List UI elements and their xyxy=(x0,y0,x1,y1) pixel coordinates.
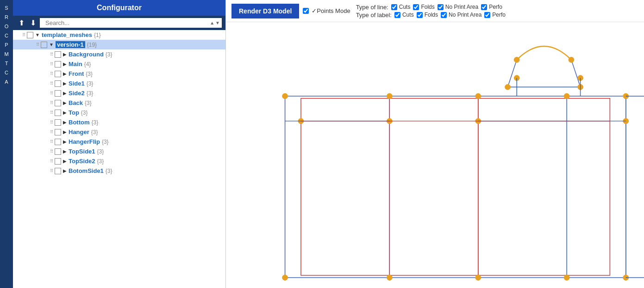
points-mode-checkbox[interactable] xyxy=(303,8,309,14)
cuts-line-checkbox[interactable] xyxy=(391,4,397,10)
item-name: Side1 xyxy=(69,80,85,87)
tree-item-top[interactable]: ⠿ ▶ Top {3} xyxy=(13,108,225,117)
square-icon xyxy=(55,90,61,97)
tree-item-main[interactable]: ⠿ ▶ Main {4} xyxy=(13,59,225,69)
expand-arrow[interactable]: ▶ xyxy=(63,52,67,57)
svg-line-7 xyxy=(508,60,517,87)
folds-line-group: Folds xyxy=(413,4,434,10)
dots-icon: ⠿ xyxy=(50,52,53,57)
item-name: Side2 xyxy=(69,90,85,97)
rail-icon-t[interactable]: T xyxy=(0,59,13,67)
rail-icon-c2[interactable]: C xyxy=(0,68,13,77)
tree-item-hangerflip[interactable]: ⠿ ▶ HangerFlip {3} xyxy=(13,137,225,147)
svg-point-36 xyxy=(475,275,481,281)
tree-item-side1[interactable]: ⠿ ▶ Side1 {3} xyxy=(13,79,225,88)
collapse-up-button[interactable]: ⬆ xyxy=(17,18,26,28)
dots-icon: ⠿ xyxy=(50,110,53,115)
expand-arrow[interactable]: ▶ xyxy=(63,129,67,135)
square-icon xyxy=(41,42,47,48)
tree-item-bottom[interactable]: ⠿ ▶ Bottom {3} xyxy=(13,117,225,127)
item-name-highlighted: version-1 xyxy=(56,41,85,48)
expand-arrow[interactable]: ▶ xyxy=(63,61,67,67)
render-button[interactable]: Render D3 Model xyxy=(231,4,299,18)
perfo-line-checkbox[interactable] xyxy=(481,4,487,10)
configurator-header: Configurator xyxy=(13,0,225,16)
cuts-label-checkbox[interactable] xyxy=(394,12,400,18)
item-name: TopSide1 xyxy=(69,148,95,155)
dots-icon: ⠿ xyxy=(50,149,53,154)
left-icon-rail: S R O C P M T C A xyxy=(0,0,13,288)
rail-icon-c[interactable]: C xyxy=(0,31,13,40)
expand-arrow[interactable]: ▶ xyxy=(63,168,67,173)
tree-item-topside2[interactable]: ⠿ ▶ TopSide2 {3} xyxy=(13,156,225,166)
expand-arrow[interactable]: ▶ xyxy=(63,110,67,115)
folds-label-group: Folds xyxy=(417,12,438,18)
item-count: {3} xyxy=(106,51,113,58)
tree-item-side2[interactable]: ⠿ ▶ Side2 {3} xyxy=(13,88,225,98)
arrow-down-icon[interactable]: ▼ xyxy=(215,20,220,25)
item-name: Background xyxy=(69,51,104,58)
collapse-down-button[interactable]: ⬇ xyxy=(28,18,38,28)
search-input[interactable] xyxy=(42,18,210,28)
rail-icon-o[interactable]: O xyxy=(0,22,13,31)
svg-rect-1 xyxy=(301,98,610,276)
square-icon xyxy=(55,158,61,165)
arrow-up-icon[interactable]: ▲ xyxy=(210,20,214,25)
svg-point-18 xyxy=(569,57,574,62)
item-count: {1} xyxy=(94,32,101,38)
expand-arrow[interactable]: ▶ xyxy=(63,139,67,144)
svg-rect-0 xyxy=(285,96,626,278)
perfo-line-label: Perfo xyxy=(489,4,502,10)
tree-item-template-meshes[interactable]: ⠿ ▼ template_meshes {1} xyxy=(13,30,225,40)
noprint-line-checkbox[interactable] xyxy=(438,4,444,10)
toolbar-section: Type of line: Cuts Folds No Print Area xyxy=(356,4,506,18)
square-icon xyxy=(55,168,61,174)
tree-children: ⠿ ▶ Background {3} ⠿ ▶ Main {4} ⠿ ▶ Fron… xyxy=(13,49,225,176)
folds-label-checkbox[interactable] xyxy=(417,12,423,18)
tree-item-front[interactable]: ⠿ ▶ Front {3} xyxy=(13,69,225,79)
expand-arrow[interactable]: ▶ xyxy=(63,100,67,105)
item-name: Back xyxy=(69,99,83,106)
cuts-line-group: Cuts xyxy=(391,4,411,10)
noprint-label-label: No Print Area xyxy=(449,12,481,18)
folds-line-checkbox[interactable] xyxy=(413,4,419,10)
item-name: TopSide2 xyxy=(69,158,95,165)
canvas-toolbar: Render D3 Model ✓Points Mode Type of lin… xyxy=(226,0,644,22)
rail-icon-s[interactable]: S xyxy=(0,4,13,12)
tree-item-topside1[interactable]: ⠿ ▶ TopSide1 {3} xyxy=(13,147,225,156)
rail-icon-a[interactable]: A xyxy=(0,78,13,86)
expand-arrow[interactable]: ▶ xyxy=(63,71,67,76)
perfo-label-checkbox[interactable] xyxy=(484,12,490,18)
item-count: {3} xyxy=(87,90,94,97)
dots-icon: ⠿ xyxy=(36,42,39,47)
expand-arrow[interactable]: ▶ xyxy=(63,91,67,96)
expand-arrow[interactable]: ▼ xyxy=(49,42,54,47)
item-name: BotomSide1 xyxy=(69,167,104,174)
toolbar-line-row: Type of line: Cuts Folds No Print Area xyxy=(356,4,506,11)
item-count: {3} xyxy=(92,119,99,126)
square-icon xyxy=(55,129,61,135)
expand-arrow[interactable]: ▶ xyxy=(63,159,67,164)
noprint-label-checkbox[interactable] xyxy=(441,12,447,18)
dots-icon: ⠿ xyxy=(22,32,25,37)
tree-item-back[interactable]: ⠿ ▶ Back {3} xyxy=(13,98,225,108)
rail-icon-r[interactable]: R xyxy=(0,13,13,21)
dots-icon: ⠿ xyxy=(50,129,53,135)
item-name: Top xyxy=(69,109,79,116)
rail-icon-p[interactable]: P xyxy=(0,41,13,49)
item-name: template_meshes xyxy=(42,31,92,38)
tree-item-version-1[interactable]: ⠿ ▼ version-1 {19} xyxy=(13,40,225,49)
rail-icon-m[interactable]: M xyxy=(0,50,13,58)
tree-item-hanger[interactable]: ⠿ ▶ Hanger {3} xyxy=(13,127,225,137)
tree-item-botomside1[interactable]: ⠿ ▶ BotomSide1 {3} xyxy=(13,166,225,176)
perfo-line-group: Perfo xyxy=(481,4,502,10)
expand-arrow[interactable]: ▶ xyxy=(63,81,67,86)
expand-arrow[interactable]: ▶ xyxy=(63,149,67,154)
cuts-label-label: Cuts xyxy=(402,12,414,18)
dots-icon: ⠿ xyxy=(50,139,53,144)
tree-item-background[interactable]: ⠿ ▶ Background {3} xyxy=(13,49,225,59)
expand-arrow[interactable]: ▼ xyxy=(35,32,40,37)
search-container: ▲ ▼ xyxy=(40,18,222,28)
expand-arrow[interactable]: ▶ xyxy=(63,120,67,125)
noprint-label-group: No Print Area xyxy=(441,12,481,18)
